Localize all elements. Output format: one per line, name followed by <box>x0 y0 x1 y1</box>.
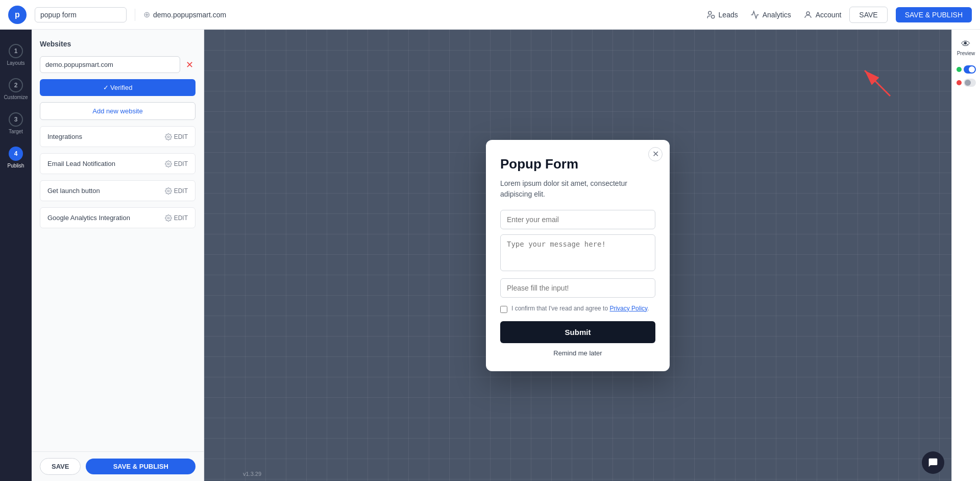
websites-title: Websites <box>40 40 195 48</box>
google-analytics-edit-button[interactable]: EDIT <box>165 214 188 222</box>
step-2-circle: 2 <box>9 78 23 92</box>
website-url-input[interactable] <box>40 56 180 73</box>
top-nav: Leads Analytics Account <box>706 10 842 19</box>
launch-button-edit-button[interactable]: EDIT <box>165 187 188 195</box>
account-icon <box>803 10 813 19</box>
app-name-input[interactable] <box>35 7 127 22</box>
step-layouts[interactable]: 1 Layouts <box>2 40 30 70</box>
steps-sidebar: 1 Layouts 2 Customize 3 Target 4 Publish <box>0 30 32 481</box>
website-input-row: ✕ <box>40 56 195 73</box>
svg-point-0 <box>708 11 711 14</box>
step-2-label: Customize <box>4 94 28 100</box>
leads-icon <box>706 10 716 19</box>
preview-label: Preview <box>957 51 975 56</box>
green-dot <box>957 67 962 72</box>
privacy-checkbox[interactable] <box>500 306 507 313</box>
google-analytics-label: Google Analytics Integration <box>47 214 130 222</box>
analytics-icon <box>750 10 760 19</box>
gear-icon <box>165 133 172 140</box>
step-customize[interactable]: 2 Customize <box>2 74 30 104</box>
step-3-label: Target <box>9 129 23 134</box>
step-target[interactable]: 3 Target <box>2 108 30 138</box>
main-content: 1 Layouts 2 Customize 3 Target 4 Publish… <box>0 30 980 481</box>
right-sidebar: 👁 Preview <box>951 30 980 481</box>
step-1-label: Layouts <box>7 60 24 66</box>
toggle-on-thumb <box>969 66 975 73</box>
integrations-row[interactable]: Integrations EDIT <box>40 126 195 147</box>
google-analytics-row[interactable]: Google Analytics Integration EDIT <box>40 207 195 228</box>
topbar: p ⊕ demo.popupsmart.com Leads Analytics … <box>0 0 980 30</box>
svg-line-8 <box>865 70 890 96</box>
chat-widget[interactable] <box>922 451 944 474</box>
popup-description: Lorem ipsum dolor sit amet, consectetur … <box>500 178 655 200</box>
email-lead-label: Email Lead Notification <box>47 160 115 167</box>
save-button[interactable]: SAVE <box>849 7 887 23</box>
add-website-button[interactable]: Add new website <box>40 102 195 120</box>
leads-nav-item[interactable]: Leads <box>706 10 738 19</box>
step-1-circle: 1 <box>9 44 23 58</box>
panel-save-button[interactable]: SAVE <box>40 458 81 475</box>
canvas-area: ✕ Popup Form Lorem ipsum dolor sit amet,… <box>204 30 951 481</box>
popup-email-input[interactable] <box>500 210 655 229</box>
privacy-label: I confirm that I've read and agree to Pr… <box>511 305 649 312</box>
toggle-on-row <box>957 65 976 74</box>
step-4-circle: 4 <box>9 147 23 161</box>
svg-point-5 <box>167 190 169 192</box>
save-publish-button[interactable]: SAVE & PUBLISH <box>896 7 972 22</box>
gear-icon-4 <box>165 214 172 222</box>
app-logo: p <box>8 6 27 24</box>
site-url: ⊕ demo.popupsmart.com <box>143 10 226 19</box>
launch-button-row[interactable]: Get launch button EDIT <box>40 180 195 201</box>
step-publish[interactable]: 4 Publish <box>2 142 30 173</box>
account-nav-item[interactable]: Account <box>803 10 842 19</box>
popup-close-button[interactable]: ✕ <box>648 147 663 161</box>
toggle-off[interactable] <box>964 79 976 87</box>
popup-message-input[interactable] <box>500 234 655 271</box>
privacy-link[interactable]: Privacy Policy <box>609 305 647 312</box>
gear-icon-3 <box>165 187 172 195</box>
integrations-edit-button[interactable]: EDIT <box>165 133 188 140</box>
privacy-row: I confirm that I've read and agree to Pr… <box>500 305 655 313</box>
clear-website-button[interactable]: ✕ <box>183 59 195 71</box>
preview-button[interactable]: 👁 Preview <box>955 35 977 60</box>
panel-save-publish-button[interactable]: SAVE & PUBLISH <box>86 459 195 474</box>
email-lead-edit-button[interactable]: EDIT <box>165 160 188 167</box>
toggle-off-thumb <box>965 80 971 86</box>
svg-point-4 <box>167 163 169 165</box>
toggle-off-row <box>957 79 976 87</box>
popup-remind-link[interactable]: Remind me later <box>500 349 655 357</box>
globe-icon: ⊕ <box>143 10 150 19</box>
popup-modal: ✕ Popup Form Lorem ipsum dolor sit amet,… <box>486 140 670 371</box>
red-dot <box>957 80 962 85</box>
chat-icon <box>928 458 938 468</box>
toggle-on[interactable] <box>964 65 976 74</box>
popup-fill-input[interactable] <box>500 278 655 298</box>
svg-point-1 <box>711 15 714 18</box>
launch-button-label: Get launch button <box>47 187 100 195</box>
eye-icon: 👁 <box>961 39 970 50</box>
popup-submit-button[interactable]: Submit <box>500 321 655 343</box>
step-4-label: Publish <box>8 163 24 169</box>
email-lead-row[interactable]: Email Lead Notification EDIT <box>40 153 195 174</box>
gear-icon-2 <box>165 160 172 167</box>
analytics-nav-item[interactable]: Analytics <box>750 10 791 19</box>
settings-panel: Websites ✕ ✓ Verified Add new website In… <box>32 30 204 481</box>
svg-point-3 <box>167 136 169 138</box>
svg-point-6 <box>167 217 169 219</box>
divider <box>135 9 135 21</box>
step-3-circle: 3 <box>9 112 23 127</box>
popup-title: Popup Form <box>500 156 655 172</box>
svg-point-2 <box>806 12 810 15</box>
panel-bottom-bar: SAVE SAVE & PUBLISH <box>32 451 204 481</box>
arrow-annotation <box>860 60 900 103</box>
integrations-label: Integrations <box>47 133 82 140</box>
version-text: v1.3.29 <box>243 471 261 477</box>
verified-button[interactable]: ✓ Verified <box>40 79 195 96</box>
